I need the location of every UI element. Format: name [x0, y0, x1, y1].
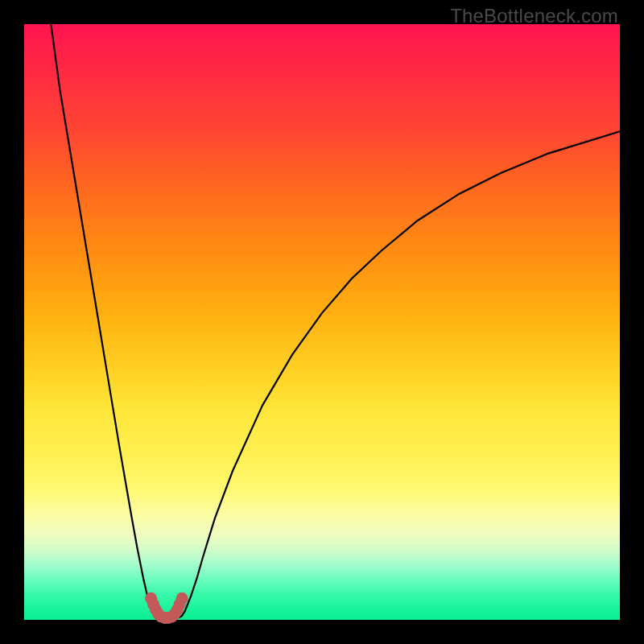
left-branch-curve: [51, 24, 158, 617]
plot-area: [24, 24, 620, 620]
bottom-u-marker: [145, 592, 188, 624]
right-branch-curve: [179, 131, 620, 617]
chart-frame: TheBottleneck.com: [0, 0, 644, 644]
marker-dot: [176, 592, 188, 605]
chart-svg: [24, 24, 620, 620]
